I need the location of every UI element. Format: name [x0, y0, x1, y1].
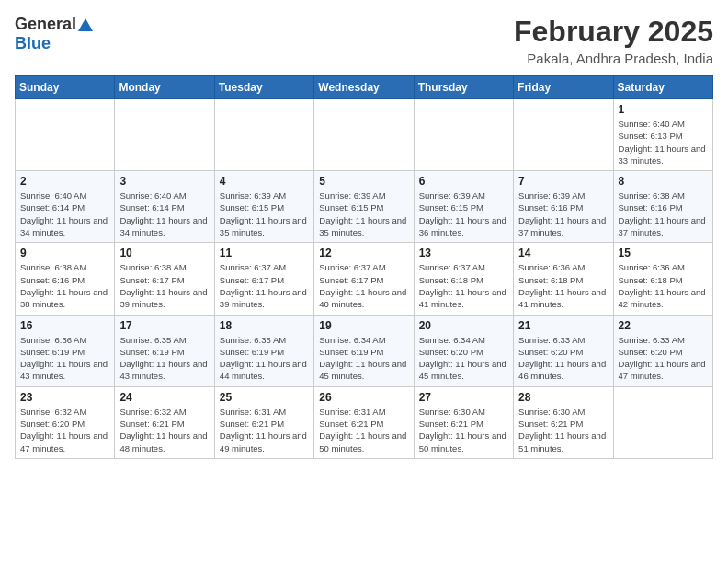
calendar-week-row: 16Sunrise: 6:36 AMSunset: 6:19 PMDayligh… — [16, 315, 713, 386]
calendar-cell: 19Sunrise: 6:34 AMSunset: 6:19 PMDayligh… — [314, 315, 414, 386]
calendar-cell: 23Sunrise: 6:32 AMSunset: 6:20 PMDayligh… — [16, 386, 115, 458]
day-info-line: Sunrise: 6:34 AM — [319, 335, 385, 345]
day-info-line: Sunrise: 6:30 AM — [518, 407, 585, 417]
calendar-cell — [115, 99, 214, 171]
title-block: February 2025 Pakala, Andhra Pradesh, In… — [514, 15, 713, 66]
calendar-cell: 9Sunrise: 6:38 AMSunset: 6:16 PMDaylight… — [16, 243, 115, 315]
day-info-line: Daylight: 11 hours and 42 minutes. — [619, 287, 706, 309]
day-info-line: Sunset: 6:14 PM — [119, 202, 184, 213]
calendar-week-row: 9Sunrise: 6:38 AMSunset: 6:16 PMDaylight… — [16, 243, 713, 315]
day-number: 20 — [419, 319, 508, 332]
day-info-line: Daylight: 11 hours and 45 minutes. — [419, 359, 506, 381]
day-number: 16 — [20, 319, 109, 332]
day-info-line: Daylight: 11 hours and 43 minutes. — [20, 359, 108, 381]
calendar-cell: 2Sunrise: 6:40 AMSunset: 6:14 PMDaylight… — [16, 171, 115, 243]
calendar-cell: 21Sunrise: 6:33 AMSunset: 6:20 PMDayligh… — [514, 315, 613, 386]
day-number: 6 — [419, 175, 508, 188]
day-number: 18 — [220, 319, 309, 332]
calendar-week-row: 2Sunrise: 6:40 AMSunset: 6:14 PMDaylight… — [16, 171, 713, 243]
day-info-line: Sunset: 6:15 PM — [319, 202, 383, 213]
day-number: 3 — [119, 175, 209, 188]
day-info-line: Sunset: 6:15 PM — [220, 202, 284, 213]
day-info: Sunrise: 6:35 AMSunset: 6:19 PMDaylight:… — [119, 334, 209, 383]
day-info-line: Sunrise: 6:33 AM — [619, 335, 685, 345]
calendar-cell — [16, 99, 115, 171]
day-info: Sunrise: 6:33 AMSunset: 6:20 PMDaylight:… — [619, 334, 708, 383]
day-info-line: Sunset: 6:19 PM — [319, 347, 383, 357]
day-info-line: Daylight: 11 hours and 47 minutes. — [619, 359, 706, 381]
day-info-line: Sunrise: 6:33 AM — [518, 335, 585, 345]
day-info-line: Sunrise: 6:37 AM — [319, 262, 385, 272]
day-info-line: Sunset: 6:19 PM — [119, 347, 184, 357]
location-subtitle: Pakala, Andhra Pradesh, India — [514, 51, 713, 66]
day-info-line: Daylight: 11 hours and 37 minutes. — [619, 215, 706, 237]
day-info: Sunrise: 6:34 AMSunset: 6:19 PMDaylight:… — [319, 334, 408, 383]
calendar-cell: 17Sunrise: 6:35 AMSunset: 6:19 PMDayligh… — [115, 315, 214, 386]
day-info-line: Daylight: 11 hours and 46 minutes. — [518, 359, 606, 381]
day-info: Sunrise: 6:31 AMSunset: 6:21 PMDaylight:… — [319, 406, 408, 454]
day-info-line: Sunset: 6:16 PM — [518, 202, 583, 213]
day-number: 21 — [518, 319, 608, 332]
day-number: 22 — [619, 319, 708, 332]
day-number: 25 — [220, 391, 309, 404]
calendar-cell: 11Sunrise: 6:37 AMSunset: 6:17 PMDayligh… — [214, 243, 313, 315]
day-info: Sunrise: 6:39 AMSunset: 6:15 PMDaylight:… — [220, 190, 309, 238]
day-info: Sunrise: 6:34 AMSunset: 6:20 PMDaylight:… — [419, 334, 508, 383]
day-info-line: Daylight: 11 hours and 47 minutes. — [20, 431, 108, 453]
calendar-cell: 1Sunrise: 6:40 AMSunset: 6:13 PMDaylight… — [613, 99, 712, 171]
calendar-cell — [514, 99, 613, 171]
day-info-line: Sunrise: 6:40 AM — [119, 190, 186, 201]
day-number: 26 — [319, 391, 408, 404]
day-info-line: Daylight: 11 hours and 48 minutes. — [119, 431, 207, 453]
day-info-line: Sunrise: 6:32 AM — [119, 407, 186, 417]
day-number: 11 — [220, 247, 309, 259]
calendar-cell: 5Sunrise: 6:39 AMSunset: 6:15 PMDaylight… — [314, 171, 414, 243]
day-info-line: Sunrise: 6:40 AM — [20, 190, 86, 201]
day-info-line: Sunset: 6:21 PM — [419, 419, 483, 429]
day-number: 17 — [119, 319, 209, 332]
calendar-cell: 26Sunrise: 6:31 AMSunset: 6:21 PMDayligh… — [314, 386, 414, 458]
day-info: Sunrise: 6:37 AMSunset: 6:18 PMDaylight:… — [419, 261, 508, 310]
calendar-table: SundayMondayTuesdayWednesdayThursdayFrid… — [15, 75, 713, 459]
day-info: Sunrise: 6:39 AMSunset: 6:15 PMDaylight:… — [319, 190, 408, 238]
calendar-cell: 16Sunrise: 6:36 AMSunset: 6:19 PMDayligh… — [16, 315, 115, 386]
calendar-cell: 27Sunrise: 6:30 AMSunset: 6:21 PMDayligh… — [414, 386, 513, 458]
weekday-header-wednesday: Wednesday — [314, 76, 414, 99]
day-info-line: Sunset: 6:18 PM — [419, 275, 483, 285]
day-info: Sunrise: 6:39 AMSunset: 6:16 PMDaylight:… — [518, 190, 608, 238]
day-info-line: Sunset: 6:21 PM — [119, 419, 184, 429]
calendar-cell: 15Sunrise: 6:36 AMSunset: 6:18 PMDayligh… — [613, 243, 712, 315]
day-info-line: Daylight: 11 hours and 37 minutes. — [518, 215, 606, 237]
day-info-line: Sunrise: 6:39 AM — [220, 190, 286, 201]
day-info-line: Sunset: 6:16 PM — [20, 275, 85, 285]
day-info-line: Daylight: 11 hours and 38 minutes. — [20, 287, 108, 309]
calendar-cell: 28Sunrise: 6:30 AMSunset: 6:21 PMDayligh… — [514, 386, 613, 458]
day-info-line: Daylight: 11 hours and 41 minutes. — [518, 287, 606, 309]
day-info-line: Sunrise: 6:31 AM — [220, 407, 286, 417]
day-info: Sunrise: 6:38 AMSunset: 6:16 PMDaylight:… — [20, 261, 109, 310]
day-info: Sunrise: 6:40 AMSunset: 6:14 PMDaylight:… — [20, 190, 109, 238]
calendar-cell: 20Sunrise: 6:34 AMSunset: 6:20 PMDayligh… — [414, 315, 513, 386]
day-info-line: Sunrise: 6:38 AM — [119, 262, 186, 272]
day-info-line: Sunset: 6:15 PM — [419, 202, 483, 213]
day-info-line: Daylight: 11 hours and 36 minutes. — [419, 215, 506, 237]
day-info-line: Sunset: 6:18 PM — [518, 275, 583, 285]
day-info-line: Sunset: 6:17 PM — [220, 275, 284, 285]
day-info: Sunrise: 6:36 AMSunset: 6:19 PMDaylight:… — [20, 334, 109, 383]
day-number: 24 — [119, 391, 209, 404]
day-info: Sunrise: 6:30 AMSunset: 6:21 PMDaylight:… — [419, 406, 508, 454]
logo-blue-text: Blue — [15, 34, 51, 53]
calendar-cell: 22Sunrise: 6:33 AMSunset: 6:20 PMDayligh… — [613, 315, 712, 386]
day-info-line: Sunset: 6:20 PM — [518, 347, 583, 357]
day-info: Sunrise: 6:31 AMSunset: 6:21 PMDaylight:… — [220, 406, 309, 454]
logo-triangle-icon — [78, 18, 93, 31]
day-info-line: Sunset: 6:20 PM — [419, 347, 483, 357]
day-info-line: Sunset: 6:18 PM — [619, 275, 683, 285]
day-number: 10 — [119, 247, 209, 259]
day-info-line: Sunset: 6:21 PM — [220, 419, 284, 429]
day-info-line: Sunrise: 6:31 AM — [319, 407, 385, 417]
day-info-line: Sunset: 6:13 PM — [619, 131, 683, 141]
day-number: 27 — [419, 391, 508, 404]
day-info-line: Sunset: 6:19 PM — [20, 347, 85, 357]
day-info-line: Sunrise: 6:37 AM — [220, 262, 286, 272]
